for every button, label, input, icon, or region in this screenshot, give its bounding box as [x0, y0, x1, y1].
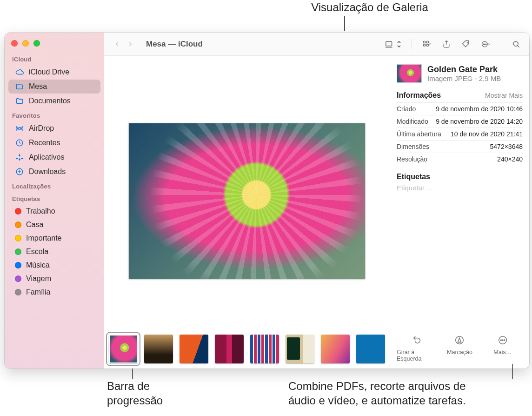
preview-image[interactable]	[128, 123, 366, 279]
rotate-left-icon	[411, 334, 423, 346]
search-button[interactable]	[508, 37, 525, 51]
info-key: Última abertura	[397, 130, 441, 138]
sidebar-tag-trabalho[interactable]: Trabalho	[8, 205, 100, 218]
info-key: Dimensões	[397, 143, 429, 150]
show-more-link[interactable]: Mostrar Mais	[485, 92, 523, 99]
info-section-title: Informações	[397, 91, 441, 100]
sidebar-item-label: Recentes	[29, 139, 60, 147]
callout-text: Visualização de Galeria	[311, 1, 428, 13]
tag-dot-icon	[15, 289, 21, 295]
group-button[interactable]	[419, 37, 435, 51]
forward-button[interactable]	[124, 38, 137, 51]
tag-dot-icon	[15, 208, 21, 215]
sidebar-item-label: Casa	[26, 221, 43, 229]
tags-section-title: Etiquetas	[397, 173, 523, 181]
sidebar-tag-casa[interactable]: Casa	[8, 218, 100, 231]
callout-text: Combine PDFs, recorte arquivos de	[288, 379, 530, 393]
info-row-created: Criado 9 de novembro de 2020 10:46	[397, 102, 523, 115]
thumbnail-1[interactable]	[109, 335, 138, 363]
preview-pane	[104, 56, 390, 369]
sidebar-tag-musica[interactable]: Música	[8, 259, 100, 272]
sidebar-item-label: Música	[26, 261, 50, 269]
thumbnail-5[interactable]	[250, 335, 279, 363]
folder-icon	[15, 96, 24, 106]
tag-dot-icon	[15, 235, 21, 242]
apps-icon	[15, 153, 24, 162]
back-button[interactable]	[111, 38, 124, 51]
info-section-header: Informações Mostrar Mais	[397, 91, 523, 100]
sidebar-item-mesa[interactable]: Mesa	[8, 80, 100, 94]
svg-point-17	[500, 340, 501, 341]
content-area: Golden Gate Park Imagem JPEG - 2,9 MB In…	[104, 56, 529, 369]
callout-gallery-view: Visualização de Galeria	[272, 1, 467, 31]
thumbnail-8[interactable]	[356, 335, 385, 363]
tags-button[interactable]	[458, 37, 474, 51]
large-preview	[104, 56, 390, 332]
tag-dot-icon	[15, 221, 21, 228]
zoom-button[interactable]	[33, 40, 40, 47]
sidebar-item-label: Importante	[26, 234, 61, 242]
svg-rect-5	[424, 41, 426, 43]
info-value: 10 de nov de 2020 21:41	[451, 130, 523, 138]
file-title: Golden Gate Park	[427, 65, 501, 74]
minimize-button[interactable]	[22, 40, 29, 47]
sidebar-section-icloud: iCloud	[5, 52, 104, 65]
window-controls	[5, 35, 104, 52]
close-button[interactable]	[11, 40, 18, 47]
sidebar-section-tags: Etiquetas	[5, 192, 104, 204]
sidebar-item-airdrop[interactable]: AirDrop	[8, 121, 100, 135]
info-key: Resolução	[397, 155, 427, 163]
callout-text: Barra de	[107, 379, 163, 393]
callout-text: áudio e vídeo, e automatize tarefas.	[288, 393, 530, 408]
tags-input[interactable]: Etiquetar…	[397, 184, 523, 192]
thumbnail-4[interactable]	[215, 335, 244, 363]
tag-dot-icon	[15, 275, 21, 282]
sidebar-tag-escola[interactable]: Escola	[8, 245, 100, 258]
toolbar-separator	[412, 39, 412, 49]
sidebar-item-label: Documentos	[29, 97, 71, 105]
sidebar: iCloud iCloud Drive Mesa Documentos Favo…	[5, 33, 104, 369]
cloud-icon	[15, 67, 24, 77]
sidebar-item-label: Downloads	[29, 168, 66, 176]
sidebar-item-documentos[interactable]: Documentos	[8, 94, 100, 108]
svg-point-11	[485, 44, 485, 45]
nav-buttons	[111, 38, 137, 51]
thumbnail-7[interactable]	[321, 335, 350, 363]
svg-point-9	[467, 42, 468, 43]
airdrop-icon	[15, 124, 24, 133]
sidebar-item-label: iCloud Drive	[29, 68, 69, 76]
info-header: Golden Gate Park Imagem JPEG - 2,9 MB	[397, 64, 523, 83]
svg-rect-6	[424, 44, 426, 46]
quick-actions: Girar à Esquerda Marcação Mais…	[397, 328, 523, 364]
svg-rect-3	[386, 41, 392, 46]
info-value: 9 de novembro de 2020 10:46	[436, 105, 523, 113]
callout-leader-line	[132, 369, 133, 379]
sidebar-tag-importante[interactable]: Importante	[8, 232, 100, 245]
callout-scrubber-bar: Barra de progressão	[107, 379, 163, 408]
sidebar-item-icloud-drive[interactable]: iCloud Drive	[8, 65, 100, 79]
thumbnail-2[interactable]	[144, 335, 173, 363]
info-row-dimensions: Dimensões 5472×3648	[397, 140, 523, 153]
info-value: 5472×3648	[490, 143, 523, 150]
sidebar-item-aplicativos[interactable]: Aplicativos	[8, 150, 100, 164]
thumbnail-3[interactable]	[180, 335, 208, 363]
share-button[interactable]	[438, 37, 455, 51]
rotate-left-button[interactable]: Girar à Esquerda	[397, 332, 437, 364]
sidebar-tag-viagem[interactable]: Viagem	[8, 272, 100, 285]
thumbnail-6[interactable]	[286, 335, 314, 363]
sidebar-item-label: Mesa	[29, 82, 47, 91]
sidebar-tag-familia[interactable]: Família	[8, 286, 100, 299]
more-actions-button[interactable]: Mais…	[483, 332, 523, 364]
qa-label: Girar à Esquerda	[397, 349, 437, 362]
info-value: 240×240	[497, 155, 523, 163]
callout-quick-actions: Combine PDFs, recorte arquivos de áudio …	[288, 379, 530, 408]
view-switcher[interactable]	[382, 37, 405, 51]
sidebar-item-label: Escola	[26, 248, 48, 256]
download-icon	[15, 167, 24, 176]
action-menu-button[interactable]	[477, 37, 494, 51]
callout-leader-line	[344, 16, 345, 31]
info-value: 9 de novembro de 2020 14:20	[436, 118, 523, 125]
sidebar-item-downloads[interactable]: Downloads	[8, 165, 100, 179]
sidebar-item-recentes[interactable]: Recentes	[8, 136, 100, 150]
markup-button[interactable]: Marcação	[439, 332, 479, 364]
